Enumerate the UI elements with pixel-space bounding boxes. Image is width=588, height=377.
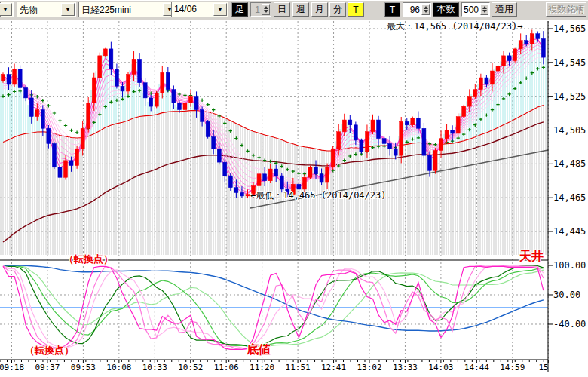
svg-text:11:06: 11:06: [214, 363, 239, 372]
svg-text:09:18: 09:18: [0, 363, 24, 372]
svg-text:13:33: 13:33: [393, 363, 418, 372]
svg-text:14,485: 14,485: [553, 158, 586, 169]
svg-text:14,565: 14,565: [553, 23, 586, 34]
ceiling-annotation: 天井: [519, 249, 544, 265]
min-price-annotation: ←最低：14,465 (2014/04/23): [250, 189, 387, 202]
svg-text:09:53: 09:53: [71, 363, 96, 372]
svg-text:14,525: 14,525: [553, 91, 586, 102]
svg-text:10:33: 10:33: [142, 363, 167, 372]
turning-point-top-annotation: （転換点）: [64, 253, 113, 266]
svg-text:10:52: 10:52: [178, 363, 203, 372]
turning-point-bottom-annotation: （転換点）: [25, 344, 74, 357]
svg-text:15: 15: [538, 363, 548, 372]
bottom-value-annotation: 底値: [247, 342, 271, 358]
price-chart-canvas: 14,56514,54514,52514,50514,48514,46514,4…: [0, 0, 588, 377]
svg-text:14:59: 14:59: [500, 363, 525, 372]
svg-text:14:03: 14:03: [428, 363, 453, 372]
svg-text:14,445: 14,445: [553, 226, 586, 237]
svg-text:13:02: 13:02: [357, 363, 381, 372]
svg-text:-40.00: -40.00: [553, 319, 586, 329]
svg-text:30.00: 30.00: [553, 290, 580, 300]
svg-text:100.00: 100.00: [553, 260, 586, 271]
svg-text:09:37: 09:37: [35, 363, 60, 372]
svg-text:14,505: 14,505: [553, 125, 586, 136]
svg-text:14,545: 14,545: [553, 57, 586, 68]
max-price-annotation: 最大：14,565 (2014/04/23)→: [387, 20, 523, 33]
svg-text:14,465: 14,465: [553, 192, 586, 203]
chart-application-window: ▼ 先物 ▼ 日経225mini ▼ 14/06 ▼ 足 1 日 週 月 分 T…: [0, 0, 588, 377]
svg-text:14:44: 14:44: [464, 363, 489, 372]
svg-text:11:51: 11:51: [286, 363, 311, 372]
svg-text:10:08: 10:08: [106, 363, 131, 372]
svg-text:12:41: 12:41: [321, 363, 346, 372]
svg-text:11:20: 11:20: [250, 363, 274, 372]
